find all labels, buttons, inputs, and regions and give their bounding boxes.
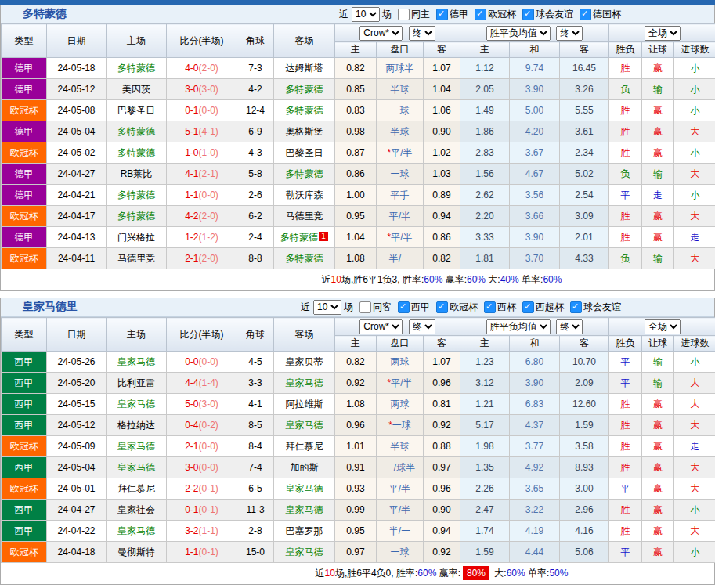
avg-home-odds: 5.17 xyxy=(460,415,510,436)
summary-segment: 单率: xyxy=(525,568,550,579)
avg-draw-odds: 3.90 xyxy=(510,227,560,248)
halftime-score: (2-0) xyxy=(199,63,218,74)
corner-score: 4-1 xyxy=(237,394,274,415)
corner-score: 4-2 xyxy=(237,79,274,100)
home-odds: 0.87 xyxy=(335,142,377,164)
league-filter-checkbox[interactable] xyxy=(580,9,591,20)
home-team: 拜仁慕尼 xyxy=(107,478,167,500)
scope-select[interactable]: 全场 xyxy=(645,26,681,41)
avg-period-select[interactable]: 终 xyxy=(556,319,583,334)
match-date: 24-04-21 xyxy=(47,185,107,206)
match-date: 24-05-15 xyxy=(47,394,107,415)
avg-home-odds: 1.81 xyxy=(460,248,510,269)
home-team: RB莱比 xyxy=(107,164,167,185)
match-row: 西甲24-05-04皇家马德3-0(0-0)7-4加的斯0.91一/球半0.97… xyxy=(2,457,715,478)
home-team: 皇家马德 xyxy=(107,436,167,457)
avg-away-odds: 3.26 xyxy=(560,79,609,100)
result-wdl: 胜 xyxy=(609,436,642,457)
league-filter-checkbox[interactable] xyxy=(484,301,496,313)
home-odds: 1.04 xyxy=(335,227,377,248)
league-filter-checkbox[interactable] xyxy=(436,9,448,20)
result-goals: 小 xyxy=(674,142,715,164)
away-odds: 0.96 xyxy=(424,478,460,500)
result-handicap: 赢 xyxy=(642,500,674,521)
fulltime-score: 1-1 xyxy=(185,189,198,200)
same-venue-checkbox[interactable] xyxy=(398,9,410,20)
league-badge: 欧冠杯 xyxy=(2,478,47,500)
result-handicap: 输 xyxy=(642,373,674,394)
result-handicap: 赢 xyxy=(642,227,674,248)
panel-header: 皇家马德里 近10场同客西甲欧冠杯西杯西超杯球会友谊 xyxy=(1,298,714,317)
avg-away-odds: 3.61 xyxy=(560,121,609,142)
result-goals: 大 xyxy=(674,121,715,142)
match-date: 24-04-11 xyxy=(47,248,107,269)
home-team: 皇家社会 xyxy=(107,500,167,521)
halftime-score: (2-0) xyxy=(199,211,218,222)
recent-games-select[interactable]: 10 xyxy=(313,300,341,315)
match-row: 欧冠杯24-05-08巴黎圣日0-1(0-0)12-4多特蒙德0.83一球1.0… xyxy=(2,100,715,121)
league-filter-checkbox[interactable] xyxy=(522,301,534,313)
result-wdl: 胜 xyxy=(609,500,642,521)
early-change-marker: * xyxy=(387,377,391,388)
league-filter-checkbox[interactable] xyxy=(522,9,534,20)
halftime-score: (4-1) xyxy=(199,126,218,137)
result-wdl: 平 xyxy=(609,542,642,563)
away-odds: 0.97 xyxy=(424,457,460,478)
avg-period-select[interactable]: 终 xyxy=(556,26,583,41)
result-handicap: 输 xyxy=(642,248,674,269)
avg-type-select[interactable]: 胜平负均值 xyxy=(486,26,551,41)
match-row: 欧冠杯24-04-17多特蒙德4-2(2-0)6-2马德里竞0.95平/半0.9… xyxy=(2,206,715,227)
odds-period-select[interactable]: 终 xyxy=(409,319,435,334)
games-suffix-label: 场 xyxy=(382,8,392,21)
odds-period-select[interactable]: 终 xyxy=(409,26,435,41)
summary-segment: 大: xyxy=(492,568,507,579)
away-odds: 1.02 xyxy=(424,142,460,164)
match-date: 24-05-18 xyxy=(47,58,107,79)
match-row: 德甲24-05-12美因茨3-0(3-0)4-2多特蒙德0.85半球1.042.… xyxy=(2,79,715,100)
home-odds: 0.82 xyxy=(335,58,377,79)
recent-games-select[interactable]: 10 xyxy=(352,7,380,22)
filter-bar: 近10场同客西甲欧冠杯西杯西超杯球会友谊 xyxy=(301,300,622,315)
home-odds: 0.86 xyxy=(335,164,377,185)
match-row: 德甲24-04-13门兴格拉1-2(1-2)2-4多特蒙德11.04*平/半0.… xyxy=(2,227,715,248)
match-date: 24-05-09 xyxy=(47,436,107,457)
league-filter-label: 欧冠杯 xyxy=(488,8,516,21)
summary-segment: 场,胜6平4负0, 胜率: xyxy=(335,568,417,579)
corner-score: 8-8 xyxy=(237,248,274,269)
avg-type-select[interactable]: 胜平负均值 xyxy=(486,319,551,334)
avg-draw-odds: 3.90 xyxy=(510,79,560,100)
result-goals: 大 xyxy=(674,206,715,227)
match-score: 1-1(0-0) xyxy=(167,185,237,206)
halftime-score: (0-0) xyxy=(199,462,218,473)
match-date: 24-05-08 xyxy=(47,100,107,121)
matches-table: 类型 日期 主场 比分(半场) 角球 客场 Crow* 终 胜平负均值 终 全场 xyxy=(1,23,715,269)
handicap-value: 半球 xyxy=(377,436,424,457)
result-handicap: 赢 xyxy=(642,521,674,542)
corner-score: 8-5 xyxy=(237,415,274,436)
league-filter-checkbox[interactable] xyxy=(570,301,582,313)
home-team: 曼彻斯特 xyxy=(107,542,167,563)
match-row: 欧冠杯24-05-01拜仁慕尼2-2(0-1)6-5皇家马德0.93平/半0.9… xyxy=(2,478,715,500)
corner-score: 6-9 xyxy=(237,121,274,142)
same-venue-checkbox[interactable] xyxy=(359,301,371,313)
away-team: 勒沃库森 xyxy=(274,185,335,206)
result-goals: 走 xyxy=(674,436,715,457)
league-badge: 西甲 xyxy=(2,352,47,373)
same-venue-label: 同主 xyxy=(411,8,430,21)
halftime-score: (1-4) xyxy=(199,377,218,388)
home-team: 马德里竞 xyxy=(107,248,167,269)
league-filter-checkbox[interactable] xyxy=(475,9,486,20)
odds-company-select[interactable]: Crow* xyxy=(359,26,403,41)
fulltime-score: 2-2 xyxy=(185,483,198,494)
scope-select[interactable]: 全场 xyxy=(645,319,681,334)
odds-company-select[interactable]: Crow* xyxy=(359,319,403,334)
away-team: 巴黎圣日 xyxy=(274,142,335,164)
league-filter-label: 西超杯 xyxy=(536,301,564,314)
home-odds: 0.99 xyxy=(335,500,377,521)
result-handicap: 输 xyxy=(642,352,674,373)
league-filter-checkbox[interactable] xyxy=(436,301,448,313)
avg-away-odds: 8.93 xyxy=(560,457,609,478)
league-filter-checkbox[interactable] xyxy=(398,301,410,313)
avg-away-odds: 5.55 xyxy=(560,100,609,121)
league-filter-label: 欧冠杯 xyxy=(450,301,478,314)
